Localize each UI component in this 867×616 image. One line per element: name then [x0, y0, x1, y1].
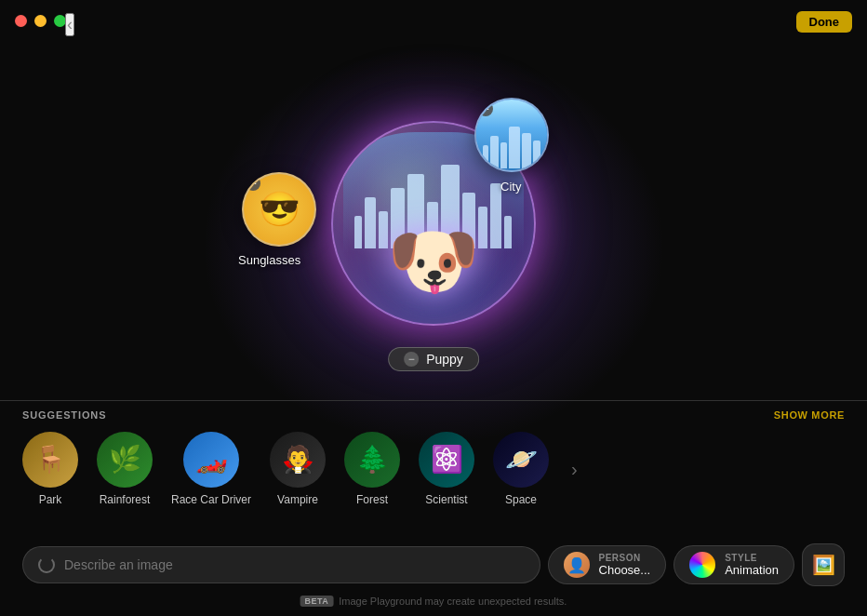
beta-badge: BETA: [300, 596, 334, 607]
back-button[interactable]: ‹: [65, 13, 74, 36]
style-button-value: Animation: [725, 563, 779, 577]
race-car-driver-label: Race Car Driver: [171, 493, 251, 506]
puppy-image: 🐶: [387, 218, 480, 305]
section-divider: [0, 400, 867, 401]
space-icon: 🪐: [493, 432, 549, 488]
remove-sunglasses-button[interactable]: −: [246, 176, 260, 191]
suggestion-item-race-car-driver[interactable]: 🏎️ Race Car Driver: [171, 432, 251, 506]
scroll-right-button[interactable]: ›: [567, 459, 581, 480]
titlebar: [15, 15, 66, 27]
puppy-tag[interactable]: − Puppy: [388, 347, 479, 371]
photo-library-button[interactable]: 🖼️: [802, 543, 845, 586]
suggestion-item-space[interactable]: 🪐 Space: [493, 432, 549, 506]
person-button[interactable]: 👤 PERSON Choose...: [548, 545, 667, 584]
vampire-label: Vampire: [277, 493, 318, 506]
bottom-toolbar: 👤 PERSON Choose... STYLE Animation 🖼️: [22, 543, 845, 586]
done-button[interactable]: Done: [796, 11, 853, 33]
minimize-button[interactable]: [34, 15, 47, 27]
park-icon: 🪑: [22, 432, 78, 488]
scientist-label: Scientist: [425, 493, 467, 506]
style-button-label: STYLE: [725, 553, 779, 563]
vampire-icon: 🧛: [270, 432, 326, 488]
remove-city-button[interactable]: −: [478, 101, 493, 116]
style-button[interactable]: STYLE Animation: [674, 545, 794, 584]
sunglasses-label: Sunglasses: [238, 253, 300, 267]
park-label: Park: [39, 493, 62, 506]
suggestion-item-vampire[interactable]: 🧛 Vampire: [270, 432, 326, 506]
person-icon: 👤: [564, 552, 590, 578]
remove-puppy-button[interactable]: −: [404, 352, 419, 367]
person-button-value: Choose...: [599, 563, 651, 577]
show-more-button[interactable]: SHOW MORE: [774, 409, 845, 421]
scientist-icon: ⚛️: [419, 432, 474, 488]
city-bubble[interactable]: −: [474, 98, 549, 172]
space-label: Space: [505, 493, 537, 506]
suggestion-item-park[interactable]: 🪑 Park: [22, 432, 78, 506]
search-input-area[interactable]: [22, 546, 540, 583]
suggestion-item-rainforest[interactable]: 🌿 Rainforest: [97, 432, 153, 506]
beta-notice: BETA Image Playground may create unexpec…: [300, 596, 567, 607]
suggestion-item-scientist[interactable]: ⚛️ Scientist: [419, 432, 474, 506]
suggestion-item-forest[interactable]: 🌲 Forest: [344, 432, 400, 506]
close-button[interactable]: [15, 15, 27, 27]
forest-icon: 🌲: [344, 432, 400, 488]
suggestions-list: 🪑 Park 🌿 Rainforest 🏎️ Race Car Driver 🧛…: [22, 432, 845, 506]
rainforest-icon: 🌿: [97, 432, 153, 488]
describe-image-input[interactable]: [64, 557, 525, 572]
suggestions-section: SUGGESTIONS SHOW MORE 🪑 Park 🌿 Rainfores…: [0, 409, 867, 506]
photo-library-icon: 🖼️: [812, 554, 835, 576]
suggestions-header: SUGGESTIONS SHOW MORE: [22, 409, 845, 421]
rainforest-label: Rainforest: [100, 493, 151, 506]
puppy-tag-label: Puppy: [426, 352, 463, 367]
beta-notice-text: Image Playground may create unexpected r…: [339, 596, 567, 607]
person-button-label: PERSON: [599, 553, 651, 563]
search-spinner-icon: [38, 556, 55, 573]
suggestions-title: SUGGESTIONS: [22, 409, 106, 421]
forest-label: Forest: [356, 493, 388, 506]
sunglasses-bubble[interactable]: − 😎: [242, 172, 316, 247]
race-car-driver-icon: 🏎️: [183, 432, 239, 488]
canvas-area: 🐶 − 😎 Sunglasses − City − Puppy: [0, 0, 867, 616]
city-label: City: [500, 180, 521, 194]
style-icon: [689, 552, 715, 578]
